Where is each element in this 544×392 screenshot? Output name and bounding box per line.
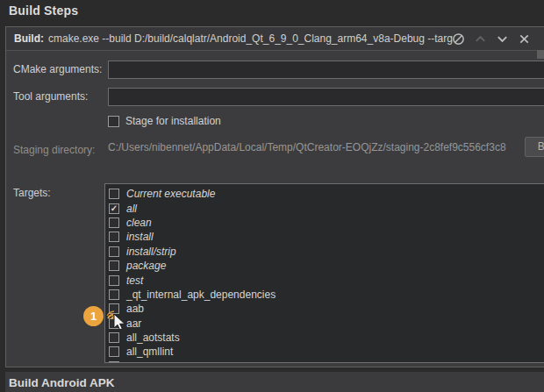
build-android-apk-section[interactable]: Build Android APK [5,372,544,392]
target-row-install-strip[interactable]: install/strip [109,245,544,259]
staging-directory-value: C:/Users/nibennet/AppData/Local/Temp/QtC… [108,141,520,153]
target-label: test [126,274,143,287]
target-row-aab[interactable]: aab [109,302,544,316]
target-row-current-executable[interactable]: Current executable [109,187,544,201]
build-step-command: cmake.exe --build D:/build/calqlatr/Andr… [48,32,453,45]
stage-for-installation-row[interactable]: Stage for installation [108,115,221,127]
remove-step-icon[interactable] [518,32,531,46]
target-row-package[interactable]: package [109,259,544,273]
target-label: all_aotstats [126,331,180,344]
disable-step-icon[interactable] [452,32,465,46]
target-label: Current executable [126,188,215,200]
page-title: Build Steps [9,4,78,18]
target-label: aar [126,317,141,330]
target-row-aar[interactable]: aar [109,317,544,331]
target-label: package [126,260,166,272]
target-checkbox[interactable] [109,246,119,257]
target-row-install[interactable]: install [109,230,544,244]
build-step-toolbar [452,27,531,51]
target-label: all_qmllint [126,346,173,358]
target-row-clean[interactable]: clean [109,216,544,230]
move-step-down-icon[interactable] [496,32,509,46]
target-label: aab [126,303,144,315]
target-row-test[interactable]: test [109,273,544,287]
target-label: all [126,203,137,215]
target-label: install/strip [126,246,176,258]
step-annotation-badge: 1 [83,306,104,326]
target-checkbox[interactable] [109,189,119,199]
target-label: clean [126,217,152,229]
target-label: all_qmllint_json [126,360,198,363]
target-checkbox[interactable] [109,217,119,228]
mouse-cursor [104,307,127,334]
target-label: _qt_internal_apk_dependencies [126,289,276,301]
stage-for-installation-label: Stage for installation [125,115,221,127]
target-checkbox[interactable] [109,232,119,242]
build-step-header[interactable]: Build: cmake.exe --build D:/build/calqla… [6,27,544,51]
target-checkbox[interactable] [109,260,119,271]
target-row-all-aotstats[interactable]: all_aotstats [109,331,544,345]
build-step-label: Build: [14,32,44,45]
tool-arguments-label: Tool arguments: [13,90,88,103]
cmake-arguments-label: CMake arguments: [13,63,102,75]
target-checkbox[interactable] [109,346,119,357]
scrollbar-thumb[interactable] [537,50,544,59]
target-row-all-qmllint[interactable]: all_qmllint [109,345,544,359]
target-row-all[interactable]: ✓all [109,201,544,215]
targets-label: Targets: [13,187,51,199]
cmake-arguments-input[interactable] [108,61,544,79]
target-checkbox[interactable] [109,275,119,286]
targets-list[interactable]: Current executable✓allcleaninstallinstal… [104,183,544,363]
stage-for-installation-checkbox[interactable] [108,116,119,127]
staging-directory-label: Staging directory: [13,144,95,156]
target-row--qt-internal-apk-dependencies[interactable]: _qt_internal_apk_dependencies [109,288,544,302]
build-android-apk-title: Build Android APK [9,376,115,389]
tool-arguments-input[interactable] [108,88,544,106]
browse-button[interactable]: Bro [525,137,544,157]
move-step-up-icon [474,32,487,46]
target-checkbox[interactable]: ✓ [109,203,119,214]
target-checkbox[interactable] [109,361,119,363]
target-checkbox[interactable] [109,289,119,300]
target-row-all-qmllint-json[interactable]: all_qmllint_json [109,360,544,363]
target-label: install [126,231,154,243]
